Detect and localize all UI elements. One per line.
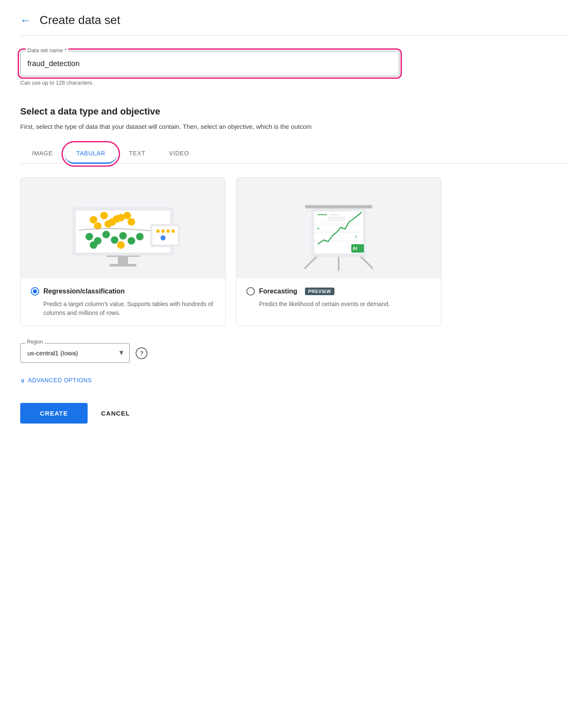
advanced-options-toggle[interactable]: ∨ ADVANCED OPTIONS	[20, 376, 568, 384]
svg-point-5	[90, 216, 97, 224]
actions-section: CREATE CANCEL	[20, 400, 568, 424]
svg-rect-24	[152, 226, 178, 245]
forecasting-illustration: + + AI	[263, 182, 414, 275]
region-label: Region	[25, 339, 45, 345]
region-select[interactable]: us-central1 (Iowa) us-east1 europe-west1…	[20, 343, 130, 363]
tab-video[interactable]: VIDEO	[157, 144, 201, 164]
forecasting-preview-badge: PREVIEW	[305, 288, 334, 295]
svg-point-28	[171, 229, 175, 233]
card-forecasting-body: Forecasting PREVIEW Predict the likeliho…	[236, 279, 441, 317]
dataset-name-hint: Can use up to 128 characters.	[20, 80, 399, 86]
dataset-name-field-wrapper: Data set name *	[20, 51, 399, 76]
page-header: ← Create data set	[20, 13, 568, 36]
svg-point-6	[100, 212, 108, 219]
region-section: Region us-central1 (Iowa) us-east1 europ…	[20, 343, 568, 363]
dataset-name-input[interactable]	[27, 59, 392, 68]
page-title: Create data set	[40, 13, 120, 27]
advanced-options-section: ∨ ADVANCED OPTIONS	[20, 376, 568, 384]
advanced-options-label: ADVANCED OPTIONS	[28, 377, 92, 384]
svg-point-18	[119, 232, 127, 240]
svg-point-12	[123, 212, 131, 219]
card-forecasting[interactable]: + + AI Forecasting PREVIEW Predict the l…	[236, 177, 441, 326]
regression-option: Regression/classification	[31, 287, 215, 296]
svg-point-10	[104, 220, 112, 228]
forecasting-description: Predict the likelihood of certain events…	[259, 300, 431, 309]
forecasting-radio[interactable]	[246, 287, 255, 296]
svg-point-14	[86, 233, 93, 240]
regression-illustration	[47, 182, 199, 275]
dataset-name-section: Data set name * Can use up to 128 charac…	[20, 51, 399, 86]
region-help-icon[interactable]: ?	[136, 347, 147, 359]
card-forecasting-image: + + AI	[236, 178, 441, 279]
forecasting-title: Forecasting	[259, 288, 297, 295]
card-regression-body: Regression/classification Predict a targ…	[21, 279, 225, 326]
svg-line-30	[305, 256, 318, 268]
svg-rect-33	[305, 205, 372, 208]
svg-point-27	[166, 229, 170, 233]
regression-title: Regression/classification	[43, 288, 125, 295]
tab-tabular[interactable]: TABULAR	[64, 144, 117, 164]
regression-radio[interactable]	[31, 287, 39, 296]
svg-point-16	[102, 231, 110, 238]
objective-cards: Regression/classification Predict a targ…	[20, 177, 441, 326]
svg-point-26	[161, 229, 165, 233]
cancel-button[interactable]: CANCEL	[98, 403, 134, 424]
chevron-down-icon: ∨	[20, 376, 26, 384]
dataset-name-label: Data set name *	[26, 47, 68, 53]
svg-point-21	[90, 241, 97, 249]
forecasting-option: Forecasting PREVIEW	[246, 287, 431, 296]
objective-title: Select a data type and objective	[20, 106, 568, 117]
svg-point-19	[128, 237, 135, 245]
svg-text:+: +	[355, 234, 358, 240]
svg-rect-41	[328, 217, 345, 221]
svg-point-17	[111, 236, 118, 244]
objective-description: First, select the type of data that your…	[20, 122, 568, 132]
create-button[interactable]: CREATE	[20, 403, 88, 424]
svg-point-25	[156, 229, 160, 233]
back-button[interactable]: ←	[20, 14, 31, 27]
svg-point-22	[117, 241, 125, 249]
card-regression[interactable]: Regression/classification Predict a targ…	[20, 177, 226, 326]
regression-description: Predict a target column's value. Support…	[43, 300, 215, 317]
svg-rect-2	[110, 264, 136, 267]
objective-section-header: Select a data type and objective First, …	[20, 106, 568, 132]
svg-text:AI: AI	[353, 246, 357, 251]
region-dropdown-wrapper: Region us-central1 (Iowa) us-east1 europ…	[20, 343, 130, 363]
svg-point-11	[113, 215, 120, 223]
data-type-tabs: IMAGE TABULAR TEXT VIDEO	[20, 144, 568, 164]
svg-point-29	[160, 235, 166, 240]
svg-text:+: +	[317, 226, 320, 232]
svg-rect-1	[118, 257, 128, 264]
tab-text[interactable]: TEXT	[117, 144, 157, 164]
card-regression-image	[21, 178, 225, 279]
svg-point-13	[128, 218, 135, 226]
tab-image[interactable]: IMAGE	[20, 144, 64, 164]
svg-line-31	[360, 256, 372, 268]
svg-point-20	[136, 233, 144, 240]
